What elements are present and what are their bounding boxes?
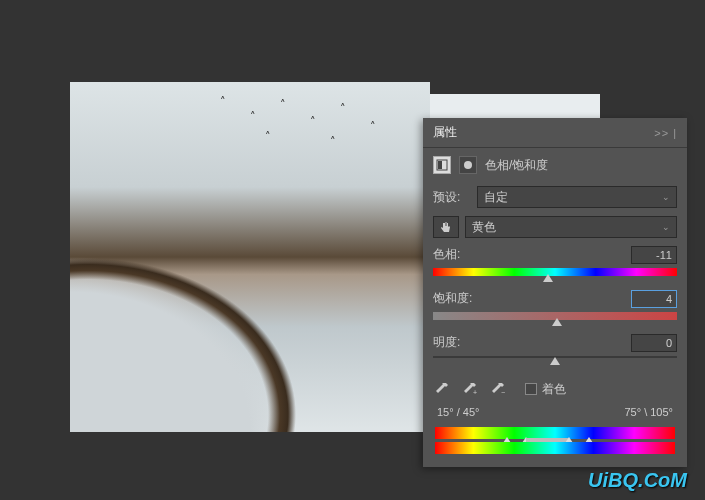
channel-row: 黄色 ⌄	[423, 212, 687, 242]
preset-row: 预设: 自定 ⌄	[423, 182, 687, 212]
range-left: 15° / 45°	[437, 406, 479, 418]
hue-thumb[interactable]	[543, 274, 553, 282]
lightness-slider[interactable]	[433, 356, 677, 366]
adjustment-name: 色相/饱和度	[485, 157, 548, 174]
svg-text:+: +	[473, 389, 477, 396]
canvas-image: ˄ ˄ ˄ ˄ ˄ ˄ ˄ ˄	[70, 82, 430, 432]
saturation-input[interactable]	[631, 290, 677, 308]
chevron-down-icon: ⌄	[662, 192, 670, 202]
range-right: 75° \ 105°	[624, 406, 673, 418]
hue-slider-row: 色相:	[423, 242, 687, 286]
input-color-bar[interactable]	[435, 427, 675, 439]
saturation-thumb[interactable]	[552, 318, 562, 326]
lightness-thumb[interactable]	[550, 357, 560, 365]
adjustment-icon[interactable]	[433, 156, 451, 174]
output-color-bar[interactable]	[435, 442, 675, 454]
eyedropper-add-icon[interactable]: +	[461, 380, 479, 398]
preset-select[interactable]: 自定 ⌄	[477, 186, 677, 208]
panel-title[interactable]: 属性	[433, 124, 457, 141]
lightness-slider-row: 明度:	[423, 330, 687, 374]
eyedropper-icon[interactable]	[433, 380, 451, 398]
svg-text:−: −	[501, 389, 505, 396]
mask-icon[interactable]	[459, 156, 477, 174]
adjustment-type-row: 色相/饱和度	[423, 148, 687, 182]
canvas[interactable]: ˄ ˄ ˄ ˄ ˄ ˄ ˄ ˄	[70, 82, 430, 432]
lightness-label: 明度:	[433, 334, 460, 352]
hue-range-labels: 15° / 45° 75° \ 105°	[423, 404, 687, 420]
eyedropper-row: + − 着色	[423, 374, 687, 404]
hue-label: 色相:	[433, 246, 460, 264]
targeted-adjustment-button[interactable]	[433, 216, 459, 238]
properties-panel: 属性 >> | 色相/饱和度 预设: 自定 ⌄ 黄色 ⌄ 色相:	[423, 118, 687, 467]
color-range-bars	[423, 420, 687, 467]
preset-label: 预设:	[433, 189, 471, 206]
colorize-checkbox[interactable]: 着色	[525, 381, 566, 398]
lightness-input[interactable]	[631, 334, 677, 352]
checkbox-icon	[525, 383, 537, 395]
hue-slider[interactable]	[433, 268, 677, 278]
channel-select[interactable]: 黄色 ⌄	[465, 216, 677, 238]
panel-header: 属性 >> |	[423, 118, 687, 148]
birds-decoration: ˄ ˄ ˄ ˄ ˄ ˄ ˄ ˄	[210, 90, 410, 150]
saturation-label: 饱和度:	[433, 290, 472, 308]
collapse-button[interactable]: >> |	[654, 127, 677, 139]
saturation-slider-row: 饱和度:	[423, 286, 687, 330]
saturation-slider[interactable]	[433, 312, 677, 322]
svg-point-2	[464, 161, 472, 169]
svg-rect-1	[438, 161, 442, 169]
watermark: UiBQ.CoM	[588, 469, 687, 492]
hue-input[interactable]	[631, 246, 677, 264]
chevron-down-icon: ⌄	[662, 222, 670, 232]
eyedropper-subtract-icon[interactable]: −	[489, 380, 507, 398]
